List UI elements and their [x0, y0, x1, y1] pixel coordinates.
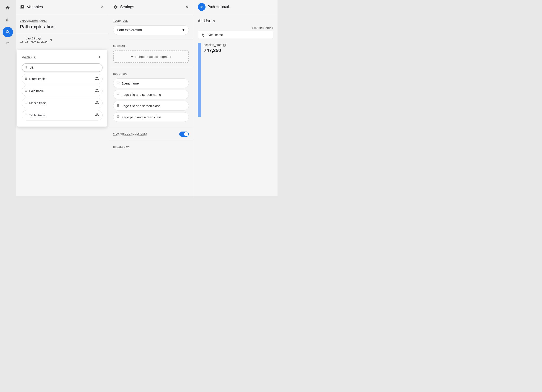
- segment-item-direct-traffic[interactable]: ⠿ Direct traffic: [22, 74, 103, 84]
- drag-handle-icon: ⠿: [25, 102, 27, 105]
- event-name-button[interactable]: Event name: [198, 31, 273, 39]
- segment-users-icon: [95, 100, 99, 106]
- session-info: session_start i 747,250: [204, 43, 226, 53]
- viz-panel: ✏ Path explorati... All Users STARTING P…: [193, 0, 277, 196]
- drag-handle-icon: ⠿: [25, 89, 27, 93]
- date-range-text: Last 28 days Oct 15 - Nov 11, 2024: [20, 37, 48, 43]
- segment-name-paid-traffic: Paid traffic: [29, 89, 43, 93]
- node-type-page-path-screen-class[interactable]: ⠿ Page path and screen class: [113, 112, 189, 122]
- event-name-btn-label: Event name: [207, 33, 223, 37]
- breakdown-label: BREAKDOWN: [113, 146, 130, 149]
- nav-home[interactable]: [3, 3, 13, 13]
- variables-panel-header: Variables ×: [16, 0, 109, 14]
- segment-placeholder: + Drop or select segment: [135, 55, 171, 59]
- settings-close-button[interactable]: ×: [185, 4, 189, 10]
- node-type-name: Page path and screen class: [121, 115, 162, 119]
- plus-icon: +: [131, 54, 133, 59]
- session-bar: [198, 43, 201, 117]
- date-dropdown-arrow-icon: ▼: [50, 38, 53, 42]
- drag-handle-icon: ⠿: [117, 81, 119, 85]
- view-unique-nodes-label: VIEW UNIQUE NODES ONLY: [113, 133, 147, 136]
- variables-title: Variables: [20, 5, 43, 10]
- settings-title: Settings: [113, 5, 134, 10]
- segments-title: SEGMENTS: [22, 56, 36, 59]
- starting-point-label: STARTING POINT: [198, 27, 273, 29]
- segment-name-us: US: [29, 66, 34, 69]
- session-name: session_start i: [204, 43, 226, 47]
- settings-icon: [113, 5, 118, 10]
- variables-icon: [20, 5, 25, 10]
- node-type-name: Page title and screen class: [121, 104, 160, 108]
- viz-header: ✏ Path explorati...: [193, 0, 277, 14]
- drag-handle-icon: ⠿: [117, 92, 119, 97]
- segment-item-mobile-traffic[interactable]: ⠿ Mobile traffic: [22, 98, 103, 108]
- nav-explore[interactable]: [3, 27, 13, 37]
- settings-panel-header: Settings ×: [109, 0, 193, 14]
- segment-name-tablet-traffic: Tablet traffic: [29, 113, 46, 117]
- technique-section: TECHNIQUE Path exploration ▼: [109, 14, 193, 39]
- toggle-check-icon: ✓: [186, 133, 188, 136]
- variables-panel: Variables × EXPLORATION NAME: Path explo…: [16, 0, 109, 196]
- segment-item-paid-traffic[interactable]: ⠿ Paid traffic: [22, 86, 103, 96]
- segments-header: SEGMENTS +: [22, 54, 103, 60]
- view-unique-nodes-row: VIEW UNIQUE NODES ONLY ✓: [109, 128, 193, 140]
- cursor-icon: [201, 33, 205, 37]
- dimensions-section: DIMENSIONS + ⠿ Event name: [16, 194, 109, 196]
- all-users-label: All Users: [198, 18, 273, 23]
- info-icon: i: [223, 44, 226, 47]
- viz-content: All Users STARTING POINT Event name sess…: [193, 14, 277, 196]
- segment-item-tablet-traffic[interactable]: ⠿ Tablet traffic: [22, 110, 103, 120]
- session-start-block: session_start i 747,250: [198, 43, 273, 117]
- node-type-page-title-screen-name[interactable]: ⠿ Page title and screen name: [113, 90, 189, 99]
- view-unique-nodes-toggle[interactable]: ✓: [179, 132, 189, 137]
- nav-fingerprint[interactable]: [3, 39, 13, 49]
- technique-value: Path exploration: [117, 28, 142, 32]
- node-type-name: Event name: [121, 81, 139, 85]
- segments-popup: SEGMENTS + ⠿ US ⠿ Direct traffic: [17, 50, 107, 127]
- add-segment-button[interactable]: +: [97, 54, 103, 60]
- settings-panel: Settings × TECHNIQUE Path exploration ▼ …: [109, 0, 193, 196]
- exploration-name-section: EXPLORATION NAME: Path exploration: [16, 14, 109, 33]
- node-type-label: NODE TYPE: [113, 73, 128, 76]
- segment-name-mobile-traffic: Mobile traffic: [29, 102, 46, 105]
- segment-item-us[interactable]: ⠿ US: [22, 63, 103, 72]
- exploration-name-label: EXPLORATION NAME:: [20, 20, 47, 23]
- node-type-section: NODE TYPE ⠿ Event name ⠿ Page title and …: [109, 67, 193, 128]
- left-nav: [0, 0, 16, 196]
- viz-title: Path explorati...: [208, 5, 232, 9]
- breakdown-section: BREAKDOWN: [109, 140, 193, 156]
- variables-close-button[interactable]: ×: [100, 4, 104, 10]
- segment-users-icon: [95, 88, 99, 94]
- date-range-label: Last 28 days: [20, 37, 48, 40]
- session-count: 747,250: [204, 48, 226, 53]
- date-range-button[interactable]: Last 28 days Oct 15 - Nov 11, 2024 ▼: [20, 37, 53, 43]
- drag-handle-icon: ⠿: [117, 104, 119, 108]
- node-type-page-title-screen-class[interactable]: ⠿ Page title and screen class: [113, 101, 189, 111]
- node-type-event-name[interactable]: ⠿ Event name: [113, 78, 189, 88]
- date-range-section: Last 28 days Oct 15 - Nov 11, 2024 ▼: [16, 33, 109, 47]
- segment-section: SEGMENT + + Drop or select segment: [109, 39, 193, 67]
- segment-drop-zone[interactable]: + + Drop or select segment: [113, 50, 189, 63]
- date-range-dates: Oct 15 - Nov 11, 2024: [20, 40, 48, 43]
- node-type-name: Page title and screen name: [121, 93, 161, 97]
- technique-dropdown[interactable]: Path exploration ▼: [113, 25, 189, 35]
- segment-users-icon: [95, 113, 99, 118]
- segment-name-direct-traffic: Direct traffic: [29, 77, 45, 81]
- nav-reports[interactable]: [3, 15, 13, 25]
- segment-users-icon: [95, 76, 99, 82]
- technique-dropdown-arrow-icon: ▼: [182, 28, 185, 32]
- main-content: Variables × EXPLORATION NAME: Path explo…: [16, 0, 277, 196]
- drag-handle-icon: ⠿: [25, 113, 27, 117]
- exploration-name: Path exploration: [20, 24, 104, 30]
- segment-label: SEGMENT: [113, 45, 125, 48]
- drag-handle-icon: ⠿: [25, 66, 27, 69]
- drag-handle-icon: ⠿: [25, 77, 27, 81]
- technique-label: TECHNIQUE: [113, 20, 128, 23]
- viz-header-icon: ✏: [198, 3, 206, 11]
- drag-handle-icon: ⠿: [117, 115, 119, 119]
